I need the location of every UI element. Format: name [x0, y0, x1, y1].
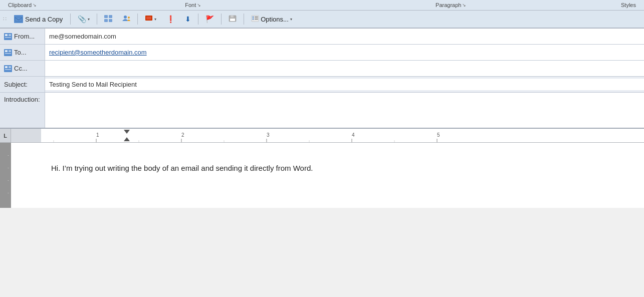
toolbar-separator-3 — [137, 14, 138, 25]
margin-mark-4: - — [8, 190, 9, 195]
importance-button[interactable]: ❗ — [162, 13, 179, 25]
to-label: To... — [0, 45, 45, 60]
send-copy-icon — [14, 15, 23, 23]
from-field-icon — [4, 33, 12, 40]
svg-rect-22 — [5, 50, 8, 52]
contacts-button[interactable] — [118, 13, 134, 26]
paragraph-expand-icon[interactable]: ↘ — [462, 3, 466, 8]
ribbon-section-font: Font ↘ — [64, 1, 322, 9]
svg-text:4: 4 — [352, 132, 355, 138]
svg-rect-18 — [5, 34, 8, 36]
contacts-icon — [122, 15, 130, 24]
svg-rect-1 — [104, 15, 108, 18]
introduction-input[interactable] — [45, 93, 644, 128]
svg-text:2: 2 — [181, 132, 184, 138]
move-down-button[interactable]: ⬇ — [181, 13, 195, 25]
ribbon-header: Clipboard ↘ Font ↘ Paragraph ↘ Styles — [0, 0, 644, 11]
svg-rect-11 — [231, 16, 234, 18]
toolbar-separator-1 — [70, 14, 71, 25]
toolbar-separator-6 — [244, 14, 244, 25]
svg-rect-19 — [9, 34, 11, 36]
save-button[interactable] — [225, 13, 241, 26]
svg-rect-2 — [109, 15, 112, 18]
send-copy-label: Send a Copy — [25, 16, 63, 23]
document-area: - - - - Hi. I’m trying out writing the b… — [0, 143, 644, 208]
attach-button[interactable]: 📎 ▾ — [74, 13, 94, 25]
paperclip-icon: 📎 — [78, 15, 86, 23]
format-button[interactable] — [100, 13, 116, 26]
format-icon — [104, 15, 112, 24]
svg-rect-0 — [15, 17, 22, 22]
options-button[interactable]: Options... ▾ — [247, 13, 296, 26]
toolbar-separator-4 — [198, 14, 198, 25]
email-form: From... To... — [0, 29, 644, 129]
svg-rect-20 — [5, 37, 11, 38]
save-icon — [229, 15, 237, 24]
attach-dropdown-arrow: ▾ — [88, 17, 90, 22]
highlight-button[interactable]: ▾ — [141, 13, 160, 26]
options-label: Options... — [261, 16, 289, 23]
to-input[interactable] — [45, 45, 644, 60]
svg-point-6 — [128, 17, 130, 19]
svg-rect-8 — [146, 17, 151, 20]
font-expand-icon[interactable]: ↘ — [197, 3, 201, 8]
svg-rect-16 — [255, 19, 258, 20]
flag-icon: 🚩 — [205, 15, 214, 23]
margin-mark-2: - — [8, 165, 9, 170]
document-margin: - - - - — [0, 143, 11, 208]
options-icon — [251, 15, 259, 24]
ribbon-section-styles: Styles — [580, 1, 640, 9]
svg-point-15 — [253, 18, 254, 20]
svg-rect-4 — [109, 19, 112, 22]
ruler-align-button[interactable]: L — [0, 129, 11, 143]
ribbon: Clipboard ↘ Font ↘ Paragraph ↘ Styles ∷ — [0, 0, 644, 29]
svg-point-13 — [253, 16, 254, 18]
svg-text:3: 3 — [267, 132, 270, 138]
move-down-icon: ⬇ — [185, 15, 191, 23]
introduction-row: Introduction: — [0, 93, 644, 128]
document-page[interactable]: Hi. I’m trying out writing the body of a… — [11, 143, 644, 208]
font-label: Font — [185, 2, 196, 8]
document-body-text: Hi. I’m trying out writing the body of a… — [51, 163, 604, 174]
ribbon-section-clipboard: Clipboard ↘ — [4, 1, 64, 9]
send-copy-button[interactable]: Send a Copy — [10, 13, 67, 26]
svg-rect-28 — [5, 69, 11, 70]
to-field-icon — [4, 49, 12, 56]
subject-label: Subject: — [0, 77, 45, 92]
cc-label: Cc... — [0, 61, 45, 76]
introduction-label: Introduction: — [0, 93, 45, 128]
from-label: From... — [0, 29, 45, 44]
svg-text:5: 5 — [437, 132, 440, 138]
ribbon-toolbar: ∷ Send a Copy 📎 ▾ — [0, 11, 644, 28]
svg-rect-10 — [230, 19, 235, 21]
clipboard-expand-icon[interactable]: ↘ — [33, 3, 37, 8]
svg-rect-26 — [5, 66, 8, 68]
svg-rect-24 — [5, 53, 11, 54]
svg-rect-27 — [9, 66, 11, 68]
cc-field-icon — [4, 65, 12, 72]
svg-rect-23 — [9, 50, 11, 52]
ruler-ticks: 1 2 3 4 5 — [11, 129, 644, 142]
svg-text:1: 1 — [96, 132, 99, 138]
svg-point-5 — [124, 16, 127, 19]
to-row: To... — [0, 45, 644, 61]
from-input[interactable] — [45, 29, 644, 44]
flag-button[interactable]: 🚩 — [201, 13, 218, 25]
svg-rect-3 — [104, 19, 108, 22]
svg-rect-14 — [255, 17, 258, 18]
ruler-track[interactable]: 1 2 3 4 5 — [11, 129, 644, 142]
ribbon-section-paragraph: Paragraph ↘ — [322, 1, 580, 9]
cc-input[interactable] — [45, 61, 644, 76]
options-dropdown-arrow: ▾ — [290, 17, 292, 22]
cc-row: Cc... — [0, 61, 644, 77]
from-row: From... — [0, 29, 644, 45]
subject-input[interactable] — [45, 79, 644, 90]
styles-label: Styles — [621, 2, 636, 8]
toolbar-separator-2 — [97, 14, 97, 25]
subject-row: Subject: — [0, 77, 644, 93]
ribbon-sections: Clipboard ↘ Font ↘ Paragraph ↘ Styles — [4, 1, 640, 9]
margin-mark-1: - — [8, 153, 9, 158]
margin-mark-3: - — [8, 178, 9, 183]
highlight-icon — [145, 15, 153, 24]
exclamation-icon: ❗ — [166, 15, 175, 23]
